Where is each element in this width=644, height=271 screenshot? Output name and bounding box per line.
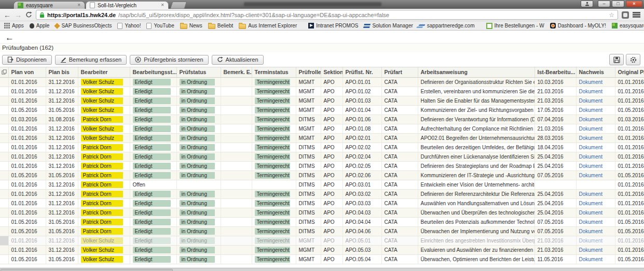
table-row[interactable]: 01.01.2016 31.12.2016 Volker Schulz Erle… [0, 77, 644, 87]
save-view-button[interactable] [609, 54, 624, 65]
table-row[interactable]: 01.01.2016 31.12.2016 Patrick Dorn Erled… [0, 198, 644, 208]
dokument-link[interactable]: Dokument [579, 201, 603, 206]
bookmark-item[interactable]: Aus Internet Explorer [239, 23, 297, 29]
column-header-pruefrolle[interactable]: Prüfrolle [296, 67, 321, 77]
maximize-button[interactable]: □ [612, 1, 624, 7]
column-header-plan-von[interactable]: Plan von [8, 67, 46, 77]
row-selector[interactable] [0, 115, 8, 124]
column-header-bearbeiter[interactable]: Bearbeiter [78, 67, 130, 77]
table-row[interactable]: 01.01.2016 31.12.2016 Patrick Dorn Erled… [0, 161, 644, 170]
table-row[interactable]: 01.01.2016 31.12.2016 Patrick Dorn Erled… [0, 189, 644, 198]
row-selector[interactable] [0, 87, 8, 96]
new-tab-button[interactable] [170, 2, 187, 9]
row-selector[interactable] [0, 170, 8, 180]
row-selector[interactable] [0, 152, 8, 161]
browser-back-button[interactable]: ← [4, 11, 11, 19]
bookmark-item[interactable]: Solution Manager [364, 23, 413, 28]
browser-tab-easysquare[interactable]: easysquare × [13, 1, 85, 9]
bookmark-item[interactable]: Beliebt [208, 23, 234, 29]
dokument-link[interactable]: Dokument [579, 163, 603, 169]
table-row[interactable]: 01.05.2016 31.05.2016 Patrick Dorn Erled… [0, 226, 644, 236]
dokument-link[interactable]: Dokument [579, 210, 603, 216]
bookmark-item[interactable]: easysquare [612, 23, 644, 28]
pruefergebnis-stornieren-button[interactable]: Prüfergebnis stornieren [130, 55, 208, 65]
horizontal-scrollbar[interactable] [0, 268, 644, 271]
table-row[interactable]: 01.05.2016 31.05.2016 Patrick Dorn Erled… [0, 170, 644, 180]
column-header-sektion[interactable]: Sektion [321, 67, 342, 77]
table-row[interactable]: 01.01.2016 31.12.2016 Patrick Dorn Erled… [0, 152, 644, 161]
table-row[interactable]: 01.05.2016 31.05.2016 Patrick Dorn Erled… [0, 217, 644, 226]
bookmark-item[interactable]: Apple [30, 23, 50, 28]
column-header-bearbeitungsstatus[interactable]: Bearbeitungsst... [130, 67, 176, 77]
tab-close-icon[interactable]: × [77, 3, 81, 8]
column-header-pruefstatus[interactable]: Prüfstatus [176, 67, 221, 77]
aktualisieren-button[interactable]: Aktualisieren [212, 55, 264, 65]
bookmark-star-icon[interactable]: ☆ [609, 11, 614, 19]
bookmark-item[interactable]: Apps [4, 23, 24, 28]
column-header-ist-bearbeitung[interactable]: Ist-Bearbeitu... [535, 67, 576, 77]
bookmark-item[interactable]: News [180, 23, 202, 29]
dokument-link[interactable]: Dokument [579, 98, 603, 104]
row-selector[interactable] [0, 180, 8, 189]
row-selector[interactable] [0, 133, 8, 142]
bookmark-item[interactable]: sappartneredge.com [419, 23, 475, 28]
column-header-prueflst-nr[interactable]: Prüflst. Nr. [342, 67, 381, 77]
row-selector[interactable] [0, 161, 8, 170]
bookmark-item[interactable]: SAP BusinessObjects [55, 23, 112, 28]
row-selector[interactable] [0, 77, 8, 87]
browser-forward-button[interactable]: → [15, 11, 22, 19]
row-selector[interactable] [0, 142, 8, 152]
row-selector[interactable] [0, 217, 8, 226]
dokument-link[interactable]: Dokument [579, 191, 603, 197]
dokument-link[interactable]: Dokument [579, 238, 603, 244]
row-selector[interactable] [0, 245, 8, 254]
extension-icon[interactable] [622, 11, 629, 19]
column-header-arbeitsanweisung[interactable]: Arbeitsanweisung [418, 67, 535, 77]
dokument-link[interactable]: Dokument [579, 126, 603, 132]
bookmark-item[interactable]: Intranet PROMOS [308, 23, 358, 28]
app-back-button[interactable]: ← [5, 33, 14, 42]
table-row[interactable]: 01.03.2016 31.08.2016 Patrick Dorn Erled… [0, 115, 644, 124]
row-selector[interactable] [0, 189, 8, 198]
column-header-original-plan[interactable]: Original Plan... [615, 67, 644, 77]
refresh-icon[interactable] [25, 11, 32, 18]
tab-close-icon[interactable]: × [160, 3, 165, 8]
dokument-link[interactable]: Dokument [579, 117, 603, 122]
table-row[interactable]: 01.01.2016 31.12.2016 Patrick Dorn Erled… [0, 142, 644, 152]
dokument-link[interactable]: Dokument [579, 89, 603, 94]
dokument-link[interactable]: Dokument [579, 107, 603, 113]
row-selector[interactable] [0, 198, 8, 208]
bemerkung-erfassen-button[interactable]: Bemerkung erfassen [55, 55, 127, 65]
dokument-link[interactable]: Dokument [579, 145, 603, 150]
browser-tab-soll-ist-vergleich[interactable]: Soll-Ist-Vergleich × [86, 1, 169, 9]
select-all-header[interactable] [0, 67, 8, 77]
minimize-button[interactable]: – [598, 1, 610, 7]
row-selector[interactable] [0, 208, 8, 217]
bookmark-item[interactable]: Ihre Bestellungen - W [486, 23, 544, 29]
table-row[interactable]: 01.01.2016 31.12.2016 Volker Schulz Erle… [0, 87, 644, 96]
row-selector[interactable] [0, 105, 8, 115]
table-row[interactable]: 01.01.2016 31.12.2016 Volker Schulz Erle… [0, 133, 644, 142]
table-row[interactable]: 01.01.2016 31.12.2016 Volker Schulz Erle… [0, 124, 644, 133]
row-selector[interactable] [0, 236, 8, 245]
table-row[interactable]: 01.05.2016 31.05.2016 Volker Schulz Erle… [0, 105, 644, 115]
bookmark-item[interactable]: Dashboard - MyOLY! [550, 23, 606, 28]
column-header-plan-bis[interactable]: Plan bis [46, 67, 78, 77]
column-header-pruefart[interactable]: Prüfart [381, 67, 418, 77]
column-header-nachweis[interactable]: Nachweis [576, 67, 615, 77]
row-selector[interactable] [0, 96, 8, 105]
column-header-bemerkung[interactable]: Bemerk. E... [221, 67, 252, 77]
row-selector[interactable] [0, 124, 8, 133]
profile-button[interactable] [581, 1, 593, 7]
close-button[interactable]: × [626, 1, 642, 7]
table-row[interactable]: 01.01.2016 31.12.2016 Volker Schulz Erle… [0, 245, 644, 254]
bookmark-item[interactable]: YouTube [146, 23, 174, 29]
table-row[interactable]: 01.01.2016 31.12.2016 Patrick Dorn Offen… [0, 180, 644, 189]
bookmark-item[interactable]: Yahoo! [117, 23, 141, 29]
dokument-link[interactable]: Dokument [579, 173, 603, 178]
dokument-link[interactable]: Dokument [579, 247, 603, 253]
table-row[interactable]: 01.01.2016 31.12.2016 Volker Schulz Erle… [0, 96, 644, 105]
dokument-link[interactable]: Dokument [579, 79, 603, 85]
scrollbar-thumb[interactable] [1, 269, 173, 271]
table-row[interactable]: 01.01.2016 31.12.2016 Patrick Dorn Erled… [0, 208, 644, 217]
